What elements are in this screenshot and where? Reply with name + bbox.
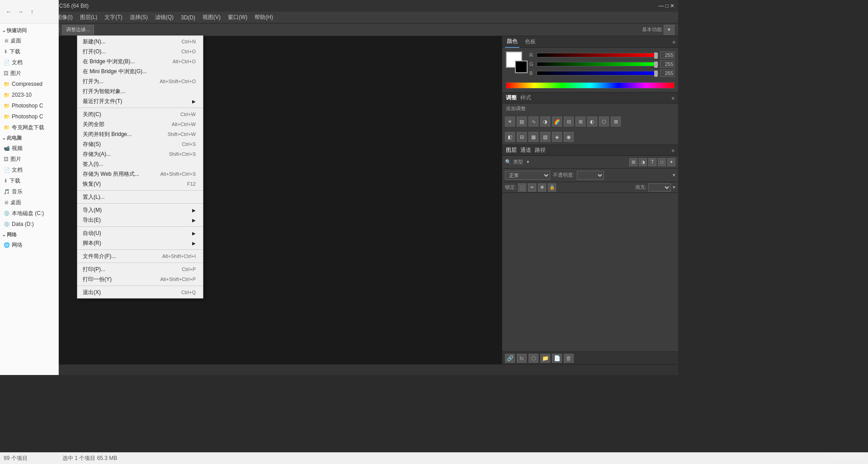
layer-filter-pixel[interactable]: ⊞ <box>629 158 637 166</box>
b-slider[interactable] <box>537 71 658 75</box>
sidebar-pc-header[interactable]: ⌄此电脑 <box>0 133 58 143</box>
menu-close-all[interactable]: 关闭全部 Alt+Ctrl+W <box>77 119 203 129</box>
sidebar-item-pics2[interactable]: 🖼图片 <box>0 154 58 164</box>
menu-save[interactable]: 存储(S) Ctrl+S <box>77 139 203 149</box>
layer-blend-mode[interactable]: 正常 <box>505 171 550 180</box>
ps-menu-text[interactable]: 文字(T) <box>101 12 126 23</box>
sidebar-item-downloads2[interactable]: ⬇下载 <box>0 175 58 186</box>
adj-vibrance[interactable]: 🌈 <box>552 117 562 127</box>
menu-import[interactable]: 导入(M) ▶ <box>77 205 203 215</box>
lock-paint[interactable]: ✏ <box>528 183 536 192</box>
layer-filter-adjustment[interactable]: ◑ <box>639 158 647 166</box>
nav-forward-btn[interactable]: → <box>15 7 25 17</box>
ps-menu-select[interactable]: 选择(S) <box>126 12 151 23</box>
ps-menu-layer[interactable]: 图层(L) <box>76 12 101 23</box>
adj-brightness[interactable]: ☀ <box>505 117 515 127</box>
layer-fx-btn[interactable]: fx <box>517 354 527 363</box>
layer-filter-shape[interactable]: □ <box>658 158 666 166</box>
ps-adjust-edge-btn[interactable]: 调整边缘... <box>62 25 94 35</box>
adj-photo-filter[interactable]: ⬡ <box>599 117 609 127</box>
sidebar-item-desktop2[interactable]: 🖥桌面 <box>0 197 58 208</box>
tab-paths[interactable]: 路径 <box>535 146 546 154</box>
color-spectrum[interactable] <box>506 82 675 89</box>
sidebar-item-d-drive[interactable]: 💿Data (D:) <box>0 219 58 230</box>
menu-place[interactable]: 置入(L)... <box>77 192 203 202</box>
menu-close-bridge[interactable]: 关闭并转到 Bridge... Shift+Ctrl+W <box>77 129 203 139</box>
sidebar-network-header[interactable]: ⌄网络 <box>0 230 58 239</box>
adj-color-lookup[interactable]: ◧ <box>505 132 515 142</box>
tab-adjustments[interactable]: 调整 <box>506 94 517 102</box>
ps-workspace-btn[interactable]: ▾ <box>664 25 675 35</box>
menu-save-web[interactable]: 存储为 Web 所用格式... Alt+Shift+Ctrl+S <box>77 169 203 179</box>
adj-gradient-map[interactable]: ◈ <box>552 132 562 142</box>
menu-open-smart[interactable]: 打开为智能对象... <box>77 86 203 96</box>
menu-automate[interactable]: 自动(U) ▶ <box>77 228 203 238</box>
ps-menu-help[interactable]: 帮助(H) <box>251 12 277 23</box>
tab-channels[interactable]: 通道 <box>520 146 531 154</box>
menu-close[interactable]: 关闭(C) Ctrl+W <box>77 109 203 119</box>
sidebar-item-downloads1[interactable]: ⬇下载 <box>0 46 58 57</box>
sidebar-item-pics1[interactable]: 🖼图片 <box>0 68 58 79</box>
adj-levels[interactable]: ▤ <box>517 117 527 127</box>
sidebar-item-2023[interactable]: 📁2023-10 <box>0 89 58 100</box>
color-panel-collapse[interactable]: ≡ <box>673 39 675 45</box>
adj-exposure[interactable]: ◑ <box>540 117 550 127</box>
sidebar-item-docs2[interactable]: 📄文档 <box>0 164 58 175</box>
layers-panel-collapse[interactable]: ≡ <box>672 148 675 153</box>
sidebar-item-video[interactable]: 📹视频 <box>0 143 58 154</box>
layer-link-btn[interactable]: 🔗 <box>505 354 515 363</box>
sidebar-item-quark[interactable]: 📁夸克网盘下载 <box>0 122 58 133</box>
ps-close-btn[interactable]: ✕ <box>670 3 675 9</box>
layer-filter-text[interactable]: T <box>648 158 656 166</box>
sidebar-item-docs1[interactable]: 📄文档 <box>0 57 58 68</box>
menu-checkin[interactable]: 签入(I)... <box>77 159 203 169</box>
sidebar-item-c-drive[interactable]: 💿本地磁盘 (C:) <box>0 208 58 219</box>
menu-print-one[interactable]: 打印一份(Y) Alt+Shift+Ctrl+P <box>77 274 203 284</box>
sidebar-item-network[interactable]: 🌐网络 <box>0 239 58 250</box>
adj-invert[interactable]: ⊟ <box>517 132 527 142</box>
tab-color[interactable]: 颜色 <box>505 36 519 48</box>
ps-menu-window[interactable]: 窗口(W) <box>224 12 251 23</box>
adj-color-balance[interactable]: ⊞ <box>576 117 585 127</box>
layer-delete-btn[interactable]: 🗑 <box>564 354 574 363</box>
adj-channel-mixer[interactable]: ⊠ <box>611 117 621 127</box>
adj-threshold[interactable]: ▧ <box>540 132 550 142</box>
ps-min-btn[interactable]: — <box>659 3 664 9</box>
adj-bw[interactable]: ◐ <box>587 117 597 127</box>
tab-styles[interactable]: 样式 <box>520 94 531 102</box>
g-value[interactable]: 255 <box>660 61 675 68</box>
menu-export[interactable]: 导出(E) ▶ <box>77 215 203 225</box>
menu-scripts[interactable]: 脚本(R) ▶ <box>77 238 203 248</box>
fill-select[interactable] <box>648 183 671 192</box>
menu-quit[interactable]: 退出(X) Ctrl+Q <box>77 287 203 297</box>
lock-all[interactable]: 🔒 <box>548 183 556 192</box>
adj-selective-color[interactable]: ◉ <box>564 132 574 142</box>
lock-transparent[interactable]: ⬚ <box>518 183 526 192</box>
menu-open-as[interactable]: 打开为... Alt+Shift+Ctrl+O <box>77 76 203 86</box>
menu-save-as[interactable]: 存储为(A)... Shift+Ctrl+S <box>77 149 203 159</box>
tab-swatches[interactable]: 色板 <box>523 36 538 48</box>
ps-menu-3d[interactable]: 3D(D) <box>177 12 199 23</box>
g-slider[interactable] <box>537 62 658 66</box>
ps-menu-filter[interactable]: 滤镜(Q) <box>151 12 177 23</box>
ps-menu-view[interactable]: 视图(V) <box>199 12 224 23</box>
r-value[interactable]: 255 <box>660 52 675 59</box>
menu-revert[interactable]: 恢复(V) F12 <box>77 179 203 189</box>
r-slider[interactable] <box>537 53 658 57</box>
tab-layers[interactable]: 图层 <box>506 146 517 154</box>
nav-back-btn[interactable]: ← <box>4 7 14 17</box>
nav-up-btn[interactable]: ↑ <box>27 7 37 17</box>
menu-recent[interactable]: 最近打开文件(T) ▶ <box>77 96 203 106</box>
sidebar-item-music[interactable]: 🎵音乐 <box>0 186 58 197</box>
adjust-panel-collapse[interactable]: ≡ <box>672 95 675 101</box>
adj-posterize[interactable]: ▦ <box>528 132 538 142</box>
menu-bridge[interactable]: 在 Bridge 中浏览(B)... Alt+Ctrl+O <box>77 56 203 66</box>
lock-position[interactable]: ✥ <box>538 183 546 192</box>
menu-open[interactable]: 打开(O)... Ctrl+O <box>77 47 203 56</box>
ps-max-btn[interactable]: □ <box>665 3 669 9</box>
menu-mini-bridge[interactable]: 在 Mini Bridge 中浏览(G)... <box>77 66 203 76</box>
sidebar-quick-access-header[interactable]: ⌄快速访问 <box>0 25 58 35</box>
layer-filter-smart[interactable]: ✦ <box>667 158 675 166</box>
sidebar-item-compressed[interactable]: 📁Compressed <box>0 79 58 89</box>
opacity-select[interactable] <box>577 171 604 180</box>
